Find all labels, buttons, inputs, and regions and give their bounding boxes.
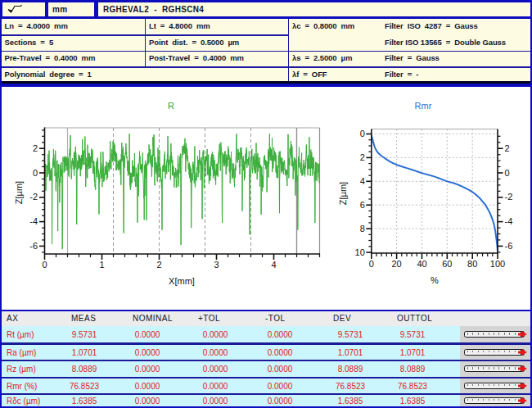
svg-text:-2: -2 xyxy=(505,192,513,202)
svg-text:2: 2 xyxy=(505,143,510,153)
svg-text:3: 3 xyxy=(214,260,219,270)
svg-text:0: 0 xyxy=(505,168,510,178)
svg-text:%: % xyxy=(431,275,439,285)
svg-text:100: 100 xyxy=(490,259,505,269)
svg-text:80: 80 xyxy=(467,259,477,269)
svg-text:R: R xyxy=(168,101,174,111)
svg-text:0: 0 xyxy=(42,260,47,270)
svg-text:0: 0 xyxy=(360,129,365,138)
svg-text:2: 2 xyxy=(156,260,161,270)
svg-text:20: 20 xyxy=(391,259,401,269)
svg-text:4: 4 xyxy=(271,260,276,270)
svg-text:Rmr: Rmr xyxy=(415,101,432,111)
svg-text:X[mm]: X[mm] xyxy=(169,276,195,286)
svg-text:2: 2 xyxy=(33,143,38,153)
svg-text:-4: -4 xyxy=(29,216,38,226)
svg-text:4: 4 xyxy=(360,176,365,186)
svg-text:40: 40 xyxy=(417,259,426,269)
svg-text:10: 10 xyxy=(355,247,365,257)
svg-text:60: 60 xyxy=(442,259,452,269)
svg-text:-2: -2 xyxy=(29,192,38,202)
svg-text:6: 6 xyxy=(360,200,365,210)
svg-text:8: 8 xyxy=(360,224,365,233)
svg-text:Z[µm]: Z[µm] xyxy=(14,181,24,204)
svg-text:0: 0 xyxy=(369,259,374,269)
svg-text:2: 2 xyxy=(360,152,365,162)
svg-text:0: 0 xyxy=(33,168,38,178)
svg-text:Z[µm]: Z[µm] xyxy=(338,182,348,205)
svg-text:-4: -4 xyxy=(505,216,513,226)
svg-text:1: 1 xyxy=(99,260,104,270)
svg-text:-6: -6 xyxy=(29,241,38,251)
svg-text:-6: -6 xyxy=(505,241,513,251)
